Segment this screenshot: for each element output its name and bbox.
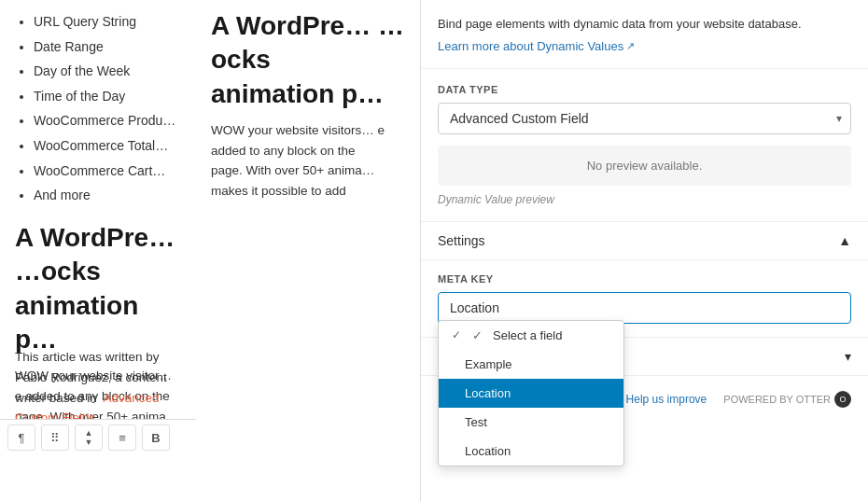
move-button[interactable]: ▲▼ [75, 424, 103, 451]
powered-by: POWERED BY OTTER O [723, 391, 851, 408]
chevron-up-icon: ▲ [838, 233, 851, 248]
list-item: WooCommerce Total… [34, 133, 181, 159]
list-item: URL Query String [34, 9, 181, 35]
dropdown-item-select-a-field[interactable]: ✓ Select a field [439, 321, 623, 350]
dynamic-value-panel: Bind page elements with dynamic data fro… [420, 0, 868, 501]
panel-description: Bind page elements with dynamic data fro… [438, 15, 851, 34]
left-sidebar: URL Query String Date Range Day of the W… [0, 0, 196, 456]
meta-key-input[interactable] [438, 292, 851, 324]
list-item: Day of the Week [34, 59, 181, 84]
dropdown-item-label: Test [465, 415, 487, 429]
paragraph-button[interactable]: ¶ [7, 424, 35, 451]
check-icon: ✓ [472, 328, 485, 342]
data-type-label: DATA TYPE [438, 84, 851, 95]
list-item: Date Range [34, 35, 181, 60]
list-item: WooCommerce Produ… [34, 108, 181, 133]
list-item: Time of the Day [34, 84, 181, 109]
field-dropdown-menu: ✓ Select a field Example Location Test L… [438, 320, 624, 466]
preview-box: No preview available. [438, 146, 851, 186]
dropdown-item-label: Location [465, 386, 511, 400]
main-body: WOW your website visitors… e added to an… [211, 120, 405, 201]
bold-button[interactable]: B [142, 424, 170, 451]
data-type-select-wrapper: Advanced Custom Field URL Query String P… [438, 103, 851, 134]
data-type-select[interactable]: Advanced Custom Field URL Query String P… [438, 103, 851, 134]
settings-content: META KEY ✓ Select a field Example Locati… [421, 260, 868, 337]
learn-more-link[interactable]: Learn more about Dynamic Values [438, 39, 635, 53]
settings-label: Settings [438, 233, 485, 248]
page-heading: A WordPre……ocksanimation p… [15, 221, 181, 357]
align-button[interactable]: ≡ [108, 424, 136, 451]
dropdown-item-location-selected[interactable]: Location [439, 379, 623, 408]
otter-logo: O [834, 391, 851, 408]
meta-key-label: META KEY [438, 273, 851, 285]
dropdown-item-label: Example [465, 357, 512, 371]
block-toolbar: ¶ ⠿ ▲▼ ≡ B [0, 419, 196, 456]
dropdown-item-label: Location [465, 444, 511, 458]
meta-key-field-wrapper: ✓ Select a field Example Location Test L… [438, 292, 851, 324]
dropdown-item-label: Select a field [493, 328, 562, 342]
main-heading: A WordPre… …ocksanimation p… [211, 9, 405, 111]
drag-button[interactable]: ⠿ [41, 424, 69, 451]
dropdown-item-location-2[interactable]: Location [439, 437, 623, 466]
panel-description-section: Bind page elements with dynamic data fro… [421, 0, 868, 69]
dropdown-item-example[interactable]: Example [439, 350, 623, 379]
main-content-area: A WordPre… …ocksanimation p… WOW your we… [196, 0, 420, 501]
powered-by-text: POWERED BY OTTER [723, 394, 831, 405]
chevron-down-icon: ▾ [845, 349, 851, 364]
preview-label: Dynamic Value preview [438, 193, 851, 206]
data-type-section: DATA TYPE Advanced Custom Field URL Quer… [421, 69, 868, 221]
feature-list: URL Query String Date Range Day of the W… [15, 9, 181, 208]
help-link[interactable]: Help us improve [626, 393, 707, 406]
footer-text: This article was written by Pablo Rodrig… [0, 347, 196, 427]
settings-section-header[interactable]: Settings ▲ [421, 221, 868, 260]
list-item: WooCommerce Cart… [34, 159, 181, 184]
preview-text: No preview available. [587, 159, 703, 173]
dropdown-item-test[interactable]: Test [439, 408, 623, 437]
list-item: And more [34, 183, 181, 208]
meta-key-field-row: ✓ Select a field Example Location Test L… [438, 292, 851, 324]
